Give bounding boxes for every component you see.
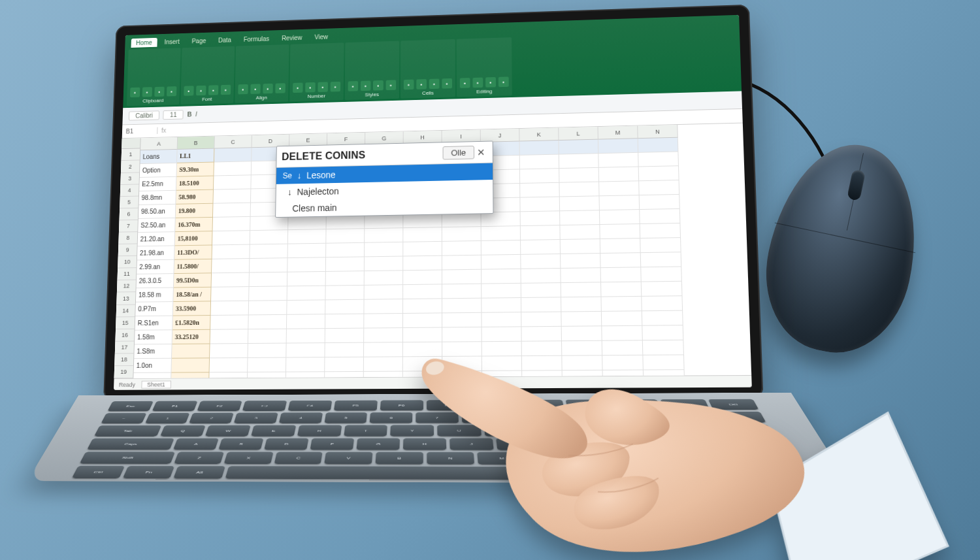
cell[interactable]: [364, 299, 403, 314]
cell[interactable]: [600, 195, 640, 210]
ribbon-tab-page[interactable]: Page: [187, 36, 211, 46]
cell[interactable]: [520, 183, 560, 198]
cell[interactable]: [521, 312, 561, 327]
cell[interactable]: 11.3DO/: [174, 245, 212, 259]
cell[interactable]: [561, 282, 602, 297]
cell[interactable]: [562, 341, 602, 356]
cell[interactable]: [287, 329, 325, 343]
cell[interactable]: [521, 269, 561, 284]
cell[interactable]: [365, 228, 403, 243]
row-header[interactable]: 1: [122, 149, 140, 161]
cell[interactable]: [520, 155, 559, 170]
ribbon-icon[interactable]: ▪: [208, 85, 218, 95]
ribbon-icon[interactable]: ▪: [331, 82, 341, 92]
cell[interactable]: [325, 314, 364, 329]
cell[interactable]: [403, 342, 442, 357]
cell[interactable]: 11.5800/: [174, 259, 212, 274]
cell[interactable]: [599, 167, 639, 182]
name-box[interactable]: B1: [122, 127, 158, 135]
cell[interactable]: [403, 313, 442, 328]
cell[interactable]: [522, 341, 563, 356]
cell[interactable]: [326, 229, 365, 244]
cell[interactable]: 0.P7m: [135, 302, 173, 316]
cell[interactable]: [600, 224, 640, 239]
cell[interactable]: [287, 257, 326, 272]
cell[interactable]: [521, 254, 561, 269]
cell[interactable]: £1.5820n: [172, 316, 210, 330]
cell[interactable]: [519, 140, 559, 156]
ribbon-tab-data[interactable]: Data: [213, 35, 236, 45]
cell[interactable]: [442, 212, 482, 227]
cell[interactable]: [442, 284, 482, 299]
cell[interactable]: [442, 357, 482, 372]
cell[interactable]: [482, 312, 521, 327]
row-header[interactable]: 5: [120, 196, 139, 208]
cell[interactable]: [521, 240, 561, 255]
cell[interactable]: [562, 355, 602, 371]
ribbon-icon[interactable]: ▪: [305, 82, 316, 93]
cell[interactable]: 16.370m: [175, 218, 213, 232]
ribbon-icon[interactable]: ▪: [485, 77, 496, 88]
cell[interactable]: Option: [140, 163, 177, 178]
cell[interactable]: [403, 270, 442, 285]
cell[interactable]: [640, 238, 681, 253]
cell[interactable]: [442, 313, 482, 328]
cell[interactable]: [286, 343, 325, 357]
cell[interactable]: [403, 242, 442, 257]
cell[interactable]: [639, 180, 679, 195]
cell[interactable]: [249, 286, 287, 301]
cell[interactable]: [602, 340, 644, 355]
cell[interactable]: [482, 356, 522, 371]
cell[interactable]: [482, 269, 521, 284]
row-header[interactable]: 6: [120, 208, 139, 221]
cell[interactable]: [325, 343, 364, 358]
row-header[interactable]: 17: [115, 341, 134, 354]
cell[interactable]: 18.58 m: [136, 288, 174, 303]
cell[interactable]: 58.980: [176, 190, 214, 205]
context-menu-item[interactable]: Clesn main: [276, 196, 493, 217]
cell[interactable]: [482, 284, 521, 299]
cell[interactable]: [442, 270, 482, 285]
cell[interactable]: [250, 272, 288, 287]
cell[interactable]: [638, 152, 679, 167]
cell[interactable]: [403, 214, 442, 229]
cell[interactable]: 98.8mn: [139, 191, 176, 205]
cell[interactable]: [561, 268, 601, 283]
cell[interactable]: 99.5D0n: [174, 273, 212, 288]
ribbon-icon[interactable]: ▪: [275, 83, 285, 93]
cell[interactable]: [288, 244, 327, 258]
cell[interactable]: [562, 326, 602, 341]
cell[interactable]: [365, 242, 403, 257]
cell[interactable]: 21.20.an: [138, 232, 176, 246]
row-header[interactable]: 10: [118, 256, 137, 269]
row-header[interactable]: 8: [118, 232, 137, 244]
cell[interactable]: [482, 226, 521, 241]
column-header[interactable]: M: [598, 126, 638, 140]
cell[interactable]: [522, 356, 563, 371]
cell[interactable]: [560, 196, 600, 211]
column-header[interactable]: B: [178, 137, 215, 150]
cell[interactable]: [365, 271, 404, 286]
cell[interactable]: [214, 148, 252, 162]
row-header[interactable]: 14: [116, 305, 135, 317]
ribbon-icon[interactable]: ▪: [472, 78, 483, 88]
cell[interactable]: [211, 287, 249, 301]
cell[interactable]: [602, 355, 644, 371]
row-header[interactable]: 9: [118, 244, 137, 257]
cell[interactable]: [559, 154, 599, 169]
cell[interactable]: [210, 315, 249, 329]
cell[interactable]: [250, 258, 288, 272]
cell[interactable]: [560, 210, 600, 225]
ribbon-icon[interactable]: ▪: [361, 81, 371, 91]
ribbon-icon[interactable]: ▪: [442, 78, 452, 89]
ribbon-icon[interactable]: ▪: [293, 83, 303, 93]
ribbon-tab-view[interactable]: View: [310, 32, 333, 42]
cell[interactable]: [521, 225, 561, 240]
row-header[interactable]: 15: [116, 317, 135, 329]
cell[interactable]: [171, 358, 210, 372]
cell[interactable]: [599, 181, 640, 196]
italic-icon[interactable]: I: [195, 111, 197, 118]
cell[interactable]: [442, 241, 482, 256]
cell[interactable]: [250, 216, 288, 231]
ribbon-icon[interactable]: ▪: [154, 87, 164, 97]
